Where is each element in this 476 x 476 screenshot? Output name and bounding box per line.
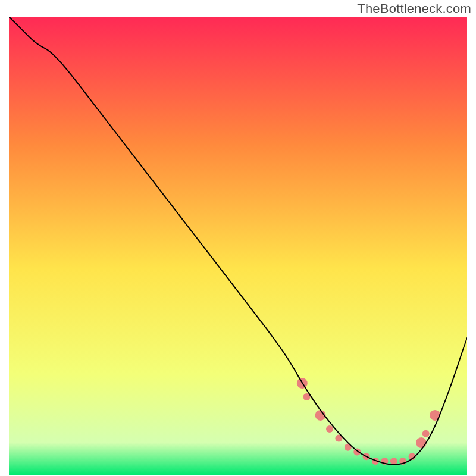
chart-frame bbox=[9, 17, 467, 475]
highlight-dot bbox=[422, 430, 430, 437]
highlight-dot bbox=[326, 425, 333, 433]
highlight-dot bbox=[390, 458, 397, 465]
bottleneck-chart bbox=[9, 17, 467, 475]
watermark-label: TheBottleneck.com bbox=[357, 1, 471, 17]
highlight-dot bbox=[416, 437, 427, 448]
gradient-background bbox=[9, 17, 467, 475]
chart-container: TheBottleneck.com bbox=[0, 0, 476, 476]
highlight-dot bbox=[430, 410, 440, 421]
